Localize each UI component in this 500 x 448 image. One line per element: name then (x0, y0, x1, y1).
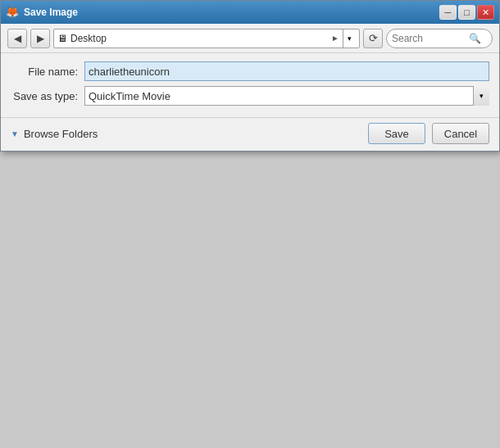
title-bar: 🦊 Save Image ─ □ ✕ (1, 1, 499, 24)
location-arrow: ► (331, 34, 339, 43)
window-title: Save Image (24, 7, 78, 18)
cancel-button[interactable]: Cancel (432, 123, 489, 144)
filename-input[interactable] (84, 61, 489, 81)
search-input[interactable] (392, 33, 466, 44)
refresh-button[interactable]: ⟳ (363, 29, 383, 48)
save-button[interactable]: Save (368, 123, 425, 144)
location-bar[interactable]: 🖥 Desktop ► ▾ (53, 29, 360, 48)
minimize-button[interactable]: ─ (439, 5, 457, 20)
filename-row: File name: (11, 61, 489, 81)
toolbar: ◀ ▶ 🖥 Desktop ► ▾ ⟳ 🔍 (1, 24, 499, 53)
window-controls: ─ □ ✕ (439, 5, 494, 20)
browse-folders-label: Browse Folders (24, 128, 98, 140)
savetype-select[interactable]: QuickTime Movie JPEG Image PNG Image GIF… (84, 86, 489, 106)
browse-chevron-icon: ▼ (11, 129, 19, 138)
back-button[interactable]: ◀ (7, 29, 27, 48)
savetype-label: Save as type: (11, 90, 84, 102)
filename-label: File name: (11, 66, 84, 78)
location-dropdown-arrow[interactable]: ▾ (343, 29, 356, 48)
savetype-row: Save as type: QuickTime Movie JPEG Image… (11, 86, 489, 106)
forward-button[interactable]: ▶ (30, 29, 50, 48)
action-buttons: Save Cancel (368, 123, 489, 144)
bottom-bar: ▼ Browse Folders Save Cancel (1, 117, 499, 151)
search-box[interactable]: 🔍 (386, 29, 493, 48)
savetype-wrapper: QuickTime Movie JPEG Image PNG Image GIF… (84, 86, 489, 106)
browse-folders-toggle[interactable]: ▼ Browse Folders (11, 128, 98, 140)
maximize-button[interactable]: □ (458, 5, 475, 20)
save-dialog: 🦊 Save Image ─ □ ✕ ◀ ▶ 🖥 Desktop ► ▾ ⟳ 🔍… (0, 0, 500, 152)
search-icon[interactable]: 🔍 (469, 33, 481, 44)
folder-icon: 🖥 (57, 33, 67, 44)
close-button[interactable]: ✕ (477, 5, 494, 20)
current-location: Desktop (70, 33, 328, 44)
window-icon: 🦊 (6, 6, 19, 19)
form-area: File name: Save as type: QuickTime Movie… (1, 53, 499, 117)
title-bar-left: 🦊 Save Image (6, 6, 78, 19)
